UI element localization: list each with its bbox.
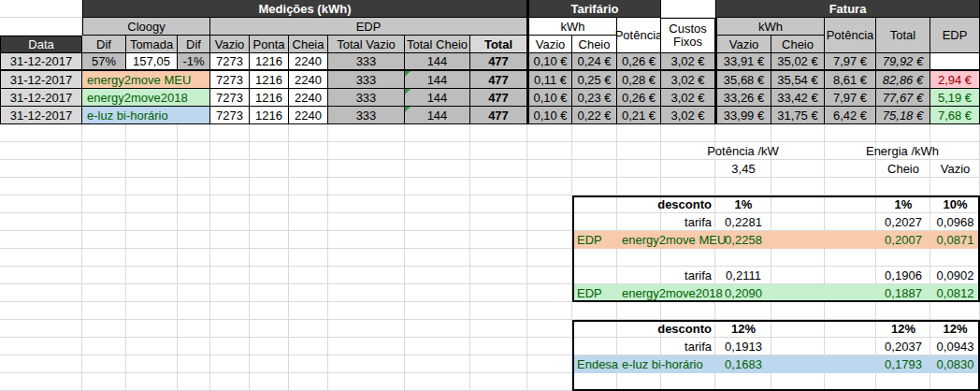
rate-potencia-kw-value[interactable]: 3,45 (715, 160, 771, 178)
empty-cell[interactable] (527, 338, 572, 355)
empty-cell[interactable] (405, 302, 470, 320)
cell-fatura-vazio[interactable]: 33,91 € (715, 53, 771, 71)
section-title-tarifario[interactable]: Tarifário (527, 0, 661, 18)
empty-cell[interactable] (825, 124, 876, 142)
cell-ponta[interactable]: 1216 (250, 71, 289, 89)
empty-cell[interactable] (930, 302, 980, 320)
empty-cell[interactable] (289, 302, 328, 320)
empty-cell[interactable] (210, 160, 250, 178)
empty-cell[interactable] (82, 160, 126, 178)
empty-cell[interactable] (470, 267, 527, 284)
empty-cell[interactable] (178, 213, 210, 231)
empty-cell[interactable] (470, 355, 527, 373)
empty-cell[interactable] (405, 213, 470, 231)
cell-tarifa-potencia[interactable]: 0,26 € (617, 89, 661, 107)
empty-cell[interactable] (250, 231, 289, 249)
empty-cell[interactable] (178, 338, 210, 355)
rate-supplier[interactable]: EDP (572, 231, 617, 249)
empty-cell[interactable] (328, 338, 405, 355)
empty-cell[interactable] (210, 196, 250, 213)
empty-cell[interactable] (126, 373, 178, 391)
empty-cell[interactable] (470, 338, 527, 355)
empty-cell[interactable] (210, 284, 250, 302)
cell-ponta[interactable]: 1216 (250, 107, 289, 124)
header-dif[interactable]: Dif (82, 36, 126, 53)
empty-cell[interactable] (876, 249, 930, 267)
cell-custos-fixos[interactable]: 3,02 € (661, 53, 715, 71)
rate-supplier[interactable]: Endesa (572, 355, 617, 373)
empty-cell[interactable] (250, 178, 289, 196)
rate-offer-potencia[interactable]: 0,2258 (715, 231, 771, 249)
empty-cell[interactable] (825, 160, 876, 178)
empty-cell[interactable] (0, 142, 82, 160)
empty-cell[interactable] (289, 320, 328, 338)
empty-cell[interactable] (289, 267, 328, 284)
empty-cell[interactable] (0, 249, 82, 267)
header-total-fatura[interactable]: Total (876, 18, 930, 53)
empty-cell[interactable] (82, 142, 126, 160)
empty-cell[interactable] (825, 213, 876, 231)
empty-cell[interactable] (617, 124, 661, 142)
empty-cell[interactable] (405, 124, 470, 142)
empty-cell[interactable] (527, 160, 572, 178)
cell-total-cheio[interactable]: 144 (405, 53, 470, 71)
empty-cell[interactable] (617, 178, 661, 196)
cell-tariff-name[interactable]: energy2move2018 (82, 89, 210, 107)
empty-cell[interactable] (210, 249, 250, 267)
cell-ponta[interactable]: 1216 (250, 53, 289, 71)
empty-cell[interactable] (661, 249, 715, 267)
empty-cell[interactable] (715, 178, 771, 196)
empty-cell[interactable] (82, 213, 126, 231)
empty-cell[interactable] (82, 249, 126, 267)
empty-cell[interactable] (876, 302, 930, 320)
empty-cell[interactable] (250, 249, 289, 267)
cell-fatura-total[interactable]: 82,86 € (876, 71, 930, 89)
empty-cell[interactable] (715, 302, 771, 320)
header-vazio[interactable]: Vazio (210, 36, 250, 53)
rate-offer-vazio[interactable]: 0,0830 (930, 355, 980, 373)
rate-tarifa-cheio[interactable]: 0,1906 (876, 267, 930, 284)
rate-offer-cheio[interactable]: 0,2007 (876, 231, 930, 249)
empty-cell[interactable] (825, 338, 876, 355)
header-vazio-tarifa[interactable]: Vazio (527, 36, 572, 53)
header-total-cheio[interactable]: Total Cheio (405, 36, 470, 53)
empty-cell[interactable] (617, 213, 661, 231)
cell-fatura-total[interactable]: 75,18 € (876, 107, 930, 124)
empty-cell[interactable] (289, 196, 328, 213)
empty-cell[interactable] (715, 249, 771, 267)
empty-cell[interactable] (210, 338, 250, 355)
empty-cell[interactable] (470, 320, 527, 338)
empty-cell[interactable] (126, 302, 178, 320)
empty-cell[interactable] (178, 178, 210, 196)
empty-cell[interactable] (405, 320, 470, 338)
empty-cell[interactable] (617, 267, 661, 284)
rate-tarifa-potencia[interactable]: 0,1913 (715, 338, 771, 355)
empty-cell[interactable] (82, 124, 126, 142)
cell-fatura-potencia[interactable]: 7,97 € (825, 89, 876, 107)
rate-desconto-potencia[interactable]: 1% (715, 196, 771, 213)
header-edp-meter[interactable]: EDP (210, 18, 527, 36)
empty-cell[interactable] (527, 302, 572, 320)
cell-date[interactable]: 31-12-2017 (0, 89, 82, 107)
cell-tarifa-potencia[interactable]: 0,26 € (617, 53, 661, 71)
empty-cell[interactable] (930, 124, 980, 142)
empty-cell[interactable] (617, 249, 661, 267)
empty-cell[interactable] (178, 231, 210, 249)
empty-cell[interactable] (82, 302, 126, 320)
cell-cheia[interactable]: 2240 (289, 107, 328, 124)
empty-cell[interactable] (825, 320, 876, 338)
header-dif-2[interactable]: Dif (178, 36, 210, 53)
cell-fatura-potencia[interactable]: 6,42 € (825, 107, 876, 124)
empty-cell[interactable] (0, 355, 82, 373)
empty-cell[interactable] (0, 267, 82, 284)
rate-offer-vazio[interactable]: 0,0871 (930, 231, 980, 249)
empty-cell[interactable] (771, 320, 825, 338)
empty-cell[interactable] (178, 320, 210, 338)
empty-cell[interactable] (0, 302, 82, 320)
cell-fatura-cheio[interactable]: 33,42 € (771, 89, 825, 107)
empty-cell[interactable] (661, 0, 715, 18)
cell-total-vazio[interactable]: 333 (328, 71, 405, 89)
rate-tarifa-label[interactable]: tarifa (661, 213, 715, 231)
empty-cell[interactable] (328, 284, 405, 302)
empty-cell[interactable] (126, 196, 178, 213)
